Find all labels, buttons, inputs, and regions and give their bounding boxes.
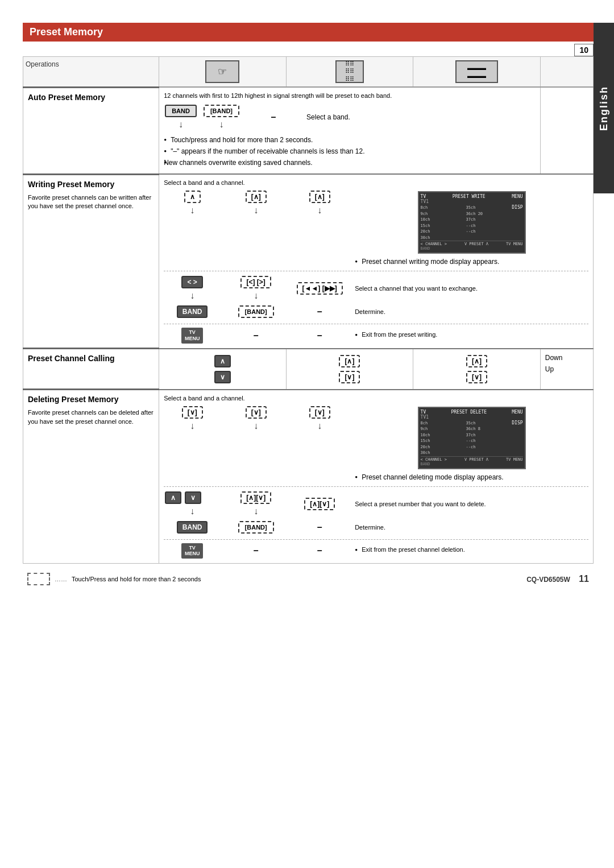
lr-col1: < > ↓	[164, 275, 221, 302]
del-display-area: TV PRESET DELETE MENU TV1 8ch9ch10ch15ch…	[355, 405, 588, 484]
tv-menu-btn-1: TVMENU	[181, 328, 204, 344]
del-dn-btn: ∨	[185, 491, 201, 504]
note-2: "–" appears if the number of receivable …	[164, 147, 536, 156]
auto-preset-col1: BAND ↓	[164, 104, 198, 131]
band-row-col1: BAND	[164, 304, 221, 319]
deleting-preset-title-cell: Deleting Preset Memory Favorite preset c…	[23, 390, 159, 564]
del-updown-col3: [∧][∨]	[291, 497, 348, 511]
footer-right: CQ-VD6505W 11	[526, 574, 589, 584]
lr-btn-3: [◄◄] [▶▶]	[297, 282, 343, 295]
up-label: Up	[545, 365, 588, 373]
del-menu-col3: –	[291, 545, 348, 556]
channel-up-btn-3: [∧]	[466, 355, 487, 367]
writing-preset-description: Select a band and a channel.	[164, 179, 588, 186]
preset-channel-title: Preset Channel Calling	[28, 354, 114, 363]
writing-note-display: Preset channel writing mode display appe…	[355, 257, 588, 267]
main-table: Operations ☞ ⠿⠿⠿⠿⠿⠿	[23, 56, 594, 564]
arrow-down-2: ↓	[202, 119, 240, 130]
writing-preset-subtitle: Favorite preset channels can be written …	[28, 193, 154, 211]
unit-icon-cell: ▬▬▬▬▬▬	[413, 57, 541, 88]
channel-down-btn-3: [∨]	[466, 371, 487, 383]
band-solid-1: BAND	[177, 305, 208, 318]
auto-preset-title-cell: Auto Preset Memory	[23, 87, 159, 174]
channel-down-btn-2: [∨]	[339, 371, 360, 383]
band-button-solid: BAND	[165, 105, 197, 117]
del-dm-top: TV PRESET DELETE MENU	[421, 410, 523, 415]
nav-up-3: [∧]	[309, 191, 330, 203]
writing-display-note: Preset channel writing mode display appe…	[355, 257, 588, 267]
footer-dots: ……	[55, 576, 67, 582]
writing-nav-col3: [∧] ↓	[291, 189, 348, 217]
deleting-display-mock: TV PRESET DELETE MENU TV1 8ch9ch10ch15ch…	[418, 407, 526, 469]
operations-header-row: Operations ☞ ⠿⠿⠿⠿⠿⠿	[23, 57, 594, 88]
del-menu-action: Exit from the preset channel deletion.	[355, 545, 588, 556]
del-updown-col2: [∧][∨] ↓	[227, 490, 284, 518]
dash-1: –	[271, 112, 276, 122]
writing-nav-col2: [∧] ↓	[227, 189, 284, 217]
footer-left: …… Touch/Press and hold for more than 2 …	[27, 573, 201, 585]
note-3: New channels overwrite existing saved ch…	[164, 158, 536, 168]
dm-top: TV PRESET WRITE MENU	[421, 194, 523, 199]
del-note-display: Preset channel deleting mode display app…	[355, 473, 588, 482]
lr-action: Select a channel that you want to exchan…	[355, 285, 588, 292]
menu-col2: –	[227, 330, 284, 341]
note-1: Touch/press and hold for more than 2 sec…	[164, 135, 536, 145]
del-dm-body: 8ch9ch10ch15ch20ch30ch 35ch36ch 837ch--c…	[421, 420, 523, 456]
del-nav-col3: [∨] ↓	[291, 405, 348, 432]
lr-col2: [<] [>] ↓	[227, 275, 284, 302]
del-up-btn: ∧	[165, 491, 181, 504]
down-label: Down	[545, 354, 588, 362]
del-nav-2: [∨]	[246, 406, 267, 419]
del-band-dashed: [BAND]	[238, 521, 274, 534]
page-number: 10	[574, 44, 594, 56]
preset-channel-desc: Down Up	[540, 349, 593, 390]
channel-down-btn: ∨	[214, 371, 231, 383]
band-action: Determine.	[355, 308, 588, 315]
del-band-col1: BAND	[164, 520, 221, 535]
del-display-note: Preset channel deleting mode display app…	[355, 473, 588, 482]
footer-legend: Touch/Press and hold for more than 2 sec…	[72, 576, 201, 582]
channel-up-btn: ∧	[214, 355, 231, 367]
writing-preset-title-cell: Writing Preset Memory Favorite preset ch…	[23, 174, 159, 348]
del-band-solid: BAND	[177, 521, 208, 534]
english-label: English	[598, 86, 610, 131]
deleting-preset-row: Deleting Preset Memory Favorite preset c…	[23, 390, 594, 564]
band-dashed-2: [BAND]	[238, 305, 274, 318]
auto-preset-col3: –	[245, 112, 302, 122]
auto-preset-action: Select a band.	[306, 113, 536, 121]
footer-page-number: 11	[579, 574, 589, 584]
writing-preset-title: Writing Preset Memory	[28, 180, 114, 189]
menu-col1: TVMENU	[164, 328, 221, 344]
auto-preset-empty	[540, 87, 593, 174]
auto-preset-description: 12 channels with first to 12th highest i…	[164, 92, 536, 99]
writing-display-mock: TV PRESET WRITE MENU TV1 8ch9ch10ch15ch2…	[418, 191, 526, 254]
nav-up-1: ∧	[184, 191, 201, 203]
dm-body: 8ch9ch10ch15ch20ch30ch 35ch36ch 2037ch--…	[421, 205, 523, 241]
del-updown-col1: ∧ ∨ ↓	[164, 490, 221, 518]
bottom-footer: …… Touch/Press and hold for more than 2 …	[23, 573, 594, 585]
band-button-dashed: [BAND]	[204, 105, 239, 117]
del-updown-btn-3: [∧][∨]	[304, 498, 335, 510]
page-title: Preset Memory	[30, 26, 587, 38]
deleting-preset-content: Select a band and a channel. [∨] ↓ [∨] ↓…	[159, 390, 594, 564]
writing-preset-content: Select a band and a channel. ∧ ↓ [∧] ↓	[159, 174, 594, 348]
del-band-action: Determine.	[355, 524, 588, 531]
auto-preset-notes: Touch/press and hold for more than 2 sec…	[164, 135, 536, 167]
writing-nav-col1: ∧ ↓	[164, 189, 221, 217]
footer-dashed-box	[27, 573, 50, 585]
nav-up-2: [∧]	[246, 191, 267, 203]
writing-preset-row: Writing Preset Memory Favorite preset ch…	[23, 174, 594, 348]
english-sidebar: English	[594, 23, 614, 193]
preset-channel-col3: [∧] [∨]	[413, 349, 541, 390]
del-tv-menu-btn: TVMENU	[181, 543, 204, 559]
del-band-col2: [BAND]	[227, 520, 284, 535]
touch-icon-cell: ☞	[159, 57, 287, 88]
del-updown-action: Select a preset number that you want to …	[355, 501, 588, 507]
del-menu-col2: –	[227, 545, 284, 556]
preset-channel-title-cell: Preset Channel Calling	[23, 349, 159, 390]
del-nav-1: [∨]	[182, 406, 203, 419]
auto-preset-content: 12 channels with first to 12th highest i…	[159, 87, 541, 174]
band-row-col3: –	[291, 307, 348, 317]
arrow-down-1: ↓	[164, 119, 198, 130]
band-dash: –	[317, 307, 322, 316]
